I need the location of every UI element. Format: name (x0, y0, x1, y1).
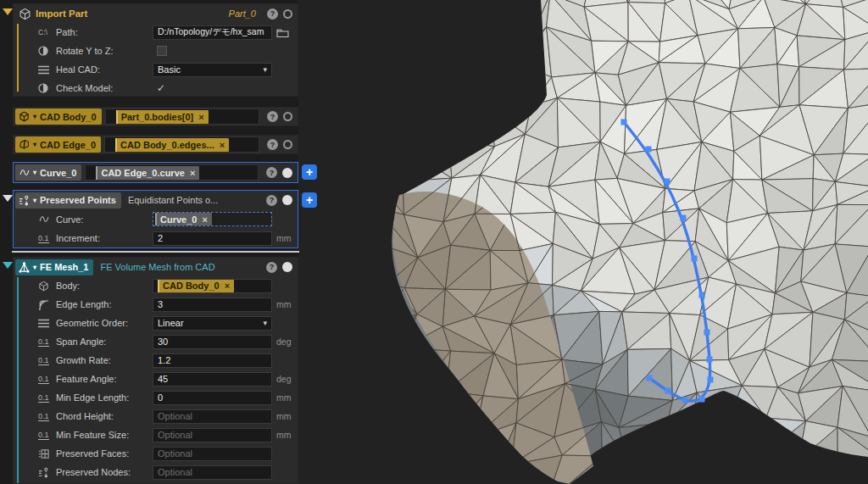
chevron-down-icon: ▾ (263, 65, 267, 74)
preserved-points-header[interactable]: ▾ Preserved Points Equidistant Points o.… (14, 191, 298, 209)
decimal-icon: 0.1 (38, 431, 56, 440)
expand-arrow-preserved-points[interactable] (3, 195, 13, 202)
path-row: C:\ Path: D:/nTopology/デモ/hx_sam (14, 23, 298, 42)
block-cad-body: ▾ CAD Body_0 Part_0.bodies[0]× ? (13, 107, 298, 126)
close-icon[interactable]: × (225, 281, 230, 291)
help-icon[interactable]: ? (266, 195, 277, 206)
preserved-faces-row: Preserved Faces: Optional (14, 444, 298, 463)
heal-cad-row: Heal CAD: Basic▾ (14, 60, 298, 79)
chevron-down-icon: ▾ (33, 169, 36, 176)
min-edge-length-row: 0.1 Min Edge Length: 0 mm (14, 388, 298, 407)
chevron-down-icon: ▾ (33, 141, 36, 148)
preserved-point-marker (708, 377, 714, 383)
reference-chip[interactable]: Curve_0× (155, 213, 212, 226)
increment-row: 0.1 Increment: 2 mm (14, 229, 298, 248)
notebook-panel: Import Part Part_0 ? C:\ Path: D:/nTopol… (0, 0, 298, 484)
preserved-points-chip[interactable]: ▾ Preserved Points (15, 192, 121, 209)
cad-body-chip[interactable]: ▾ CAD Body_0 (15, 108, 102, 125)
body-row: Body: CAD Body_0× (14, 276, 298, 295)
help-icon[interactable]: ? (266, 167, 277, 178)
import-part-header[interactable]: Import Part Part_0 ? (14, 4, 298, 23)
block-preserved-points: ▾ Preserved Points Equidistant Points o.… (13, 190, 298, 248)
preserved-faces-input[interactable]: Optional (153, 447, 272, 461)
section-divider (12, 251, 299, 253)
reference-chip[interactable]: CAD Edge_0.curve× (96, 166, 199, 180)
span-angle-row: 0.1 Span Angle: 30 deg (14, 332, 298, 351)
arc-icon (38, 299, 56, 310)
body-input[interactable]: CAD Body_0× (153, 279, 272, 293)
visibility-toggle-icon[interactable] (283, 112, 292, 121)
geometric-order-row: Geometric Order: Linear▾ (14, 314, 298, 332)
close-icon[interactable]: × (190, 168, 195, 178)
path-input[interactable]: D:/nTopology/デモ/hx_sam (153, 25, 272, 40)
span-angle-input[interactable]: 30 (153, 335, 272, 349)
cad-body-input[interactable]: Part_0.bodies[0]× (105, 108, 259, 125)
decimal-icon: 0.1 (38, 356, 56, 365)
wave-icon (38, 214, 56, 225)
reference-chip[interactable]: CAD Body_0.edges...× (115, 138, 229, 152)
growth-rate-input[interactable]: 1.2 (153, 353, 272, 368)
preserved-point-marker (704, 330, 710, 336)
fe-mesh-header[interactable]: ▾ FE Mesh_1 FE Volume Mesh from CAD ? (14, 258, 298, 276)
chord-height-input[interactable]: Optional (153, 409, 272, 424)
expand-arrow-fe-mesh[interactable] (3, 262, 13, 269)
reference-chip[interactable]: Part_0.bodies[0]× (116, 110, 209, 124)
add-block-button[interactable]: + (302, 192, 317, 208)
increment-input[interactable]: 2 (153, 231, 272, 246)
min-edge-length-input[interactable]: 0 (153, 391, 272, 405)
rotate-row: Rotate Y to Z: (14, 42, 298, 60)
reference-chip[interactable]: CAD Body_0× (158, 279, 234, 292)
cube-icon (19, 8, 34, 20)
browse-folder-icon[interactable] (272, 27, 293, 38)
preserved-point-marker (707, 357, 713, 363)
cad-edge-chip[interactable]: ▾ CAD Edge_0 (15, 136, 101, 153)
block-import-part: Import Part Part_0 ? C:\ Path: D:/nTopol… (13, 3, 298, 97)
expand-arrow-import-part[interactable] (3, 8, 13, 15)
visibility-toggle-icon[interactable] (283, 140, 292, 149)
min-feature-size-input[interactable]: Optional (153, 428, 272, 442)
help-icon[interactable]: ? (267, 8, 278, 19)
preserved-point-marker (692, 256, 698, 262)
add-block-button[interactable]: + (302, 164, 317, 180)
help-icon[interactable]: ? (266, 262, 277, 273)
chevron-down-icon: ▾ (263, 319, 267, 327)
block-curve: ▾ Curve_0 CAD Edge_0.curve× ? (13, 162, 298, 183)
application-window: Import Part Part_0 ? C:\ Path: D:/nTopol… (0, 0, 868, 484)
curve-input[interactable]: CAD Edge_0.curve× (85, 164, 259, 181)
feature-angle-input[interactable]: 45 (153, 372, 272, 387)
list-icon (38, 65, 56, 75)
close-icon[interactable]: × (202, 214, 207, 225)
curve-chip[interactable]: ▾ Curve_0 (15, 164, 81, 181)
visibility-toggle-icon[interactable] (282, 168, 292, 178)
visibility-toggle-icon[interactable] (283, 9, 292, 19)
preserved-point-marker (699, 397, 705, 403)
cube-icon (19, 111, 31, 123)
decimal-icon: 0.1 (38, 234, 56, 243)
visibility-toggle-icon[interactable] (282, 262, 292, 272)
check-model-row: Check Model: ✓ (14, 79, 298, 97)
feature-angle-row: 0.1 Feature Angle: 45 deg (14, 370, 298, 388)
help-icon[interactable]: ? (267, 111, 278, 122)
curve-ref-input[interactable]: Curve_0× (153, 212, 272, 226)
fe-mesh-chip[interactable]: ▾ FE Mesh_1 (15, 259, 93, 275)
edge-length-input[interactable]: 3 (153, 298, 272, 312)
preserved-point-marker (699, 292, 705, 298)
geometric-order-dropdown[interactable]: Linear▾ (153, 316, 272, 331)
rotate-checkbox[interactable] (157, 46, 167, 56)
preserved-nodes-input[interactable]: Optional (153, 465, 272, 480)
close-icon[interactable]: × (220, 140, 225, 150)
heal-cad-dropdown[interactable]: Basic▾ (153, 63, 272, 77)
growth-rate-row: 0.1 Growth Rate: 1.2 (14, 351, 298, 370)
close-icon[interactable]: × (198, 112, 203, 122)
cad-edge-input[interactable]: CAD Body_0.edges...× (104, 136, 259, 153)
preserved-point-marker (682, 398, 688, 403)
preserved-nodes-row: Preserved Nodes: Optional (14, 463, 298, 481)
check-model-checkbox[interactable]: ✓ (157, 82, 165, 94)
help-icon[interactable]: ? (267, 139, 278, 150)
chevron-down-icon: ▾ (33, 197, 36, 204)
nodes-icon (38, 467, 56, 478)
decimal-icon: 0.1 (38, 412, 56, 421)
visibility-toggle-icon[interactable] (282, 195, 292, 205)
preserved-point-marker (665, 388, 671, 394)
list-icon (38, 319, 56, 328)
